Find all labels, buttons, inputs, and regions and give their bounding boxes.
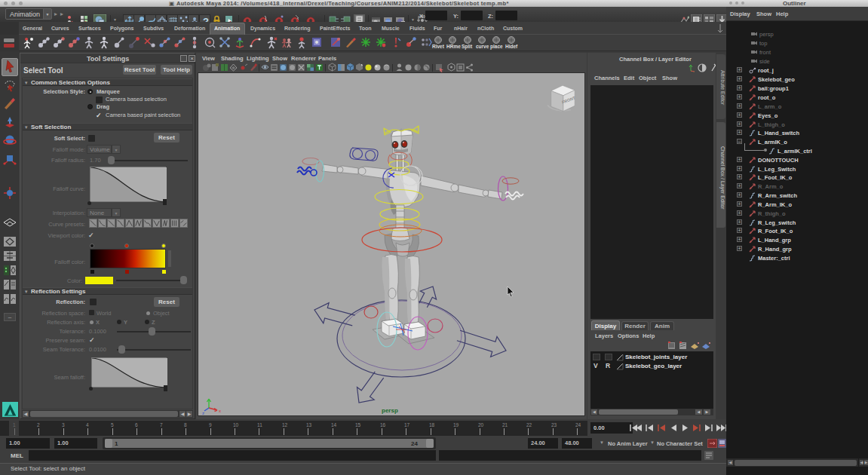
svg-text:x: x: [219, 409, 221, 413]
svg-text:z: z: [202, 411, 204, 415]
